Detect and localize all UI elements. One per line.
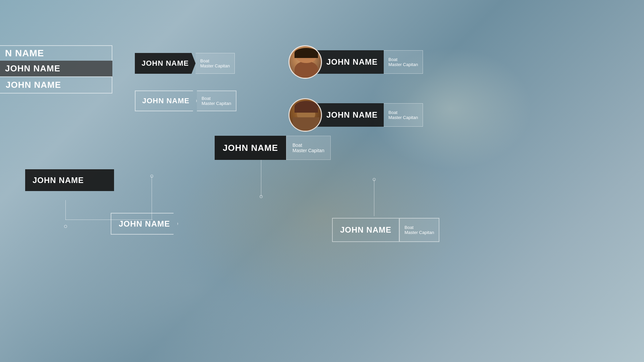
connector-vertical-3	[374, 179, 374, 216]
connector-dot-2	[150, 175, 153, 178]
scene: N NAME JOHN NAME JOHN NAME JOHN NAME Boa…	[0, 0, 644, 362]
card5-name: JOHN NAME	[215, 136, 286, 160]
card1-line1: Boat	[200, 58, 230, 63]
partial-row2: JOHN NAME	[0, 61, 112, 76]
partial-row1: N NAME	[0, 45, 112, 61]
card2-info: Boat Master Capitan	[197, 90, 236, 111]
card8-line1: Boat	[405, 225, 434, 230]
nameplate-card1: JOHN NAME Boat Master Capitan	[135, 53, 235, 74]
card8-info: Boat Master Capitan	[399, 218, 439, 242]
connector-dot-1	[260, 195, 263, 198]
avatar-man	[288, 98, 322, 132]
card4-name-block: JOHN NAME	[317, 103, 384, 127]
card1-info: Boat Master Capitan	[196, 53, 235, 74]
nameplate-card7: JOHN NAME	[111, 213, 178, 235]
card3-line1: Boat	[388, 57, 418, 62]
nameplate-card8: JOHN NAME Boat Master Capitan	[332, 218, 439, 242]
card8-line2: Master Capitan	[405, 230, 434, 235]
nameplate-card6: JOHN NAME	[25, 169, 114, 191]
nameplate-card2: JOHN NAME Boat Master Capitan	[135, 90, 236, 111]
nameplate-card4: JOHN NAME Boat Master Capitan	[288, 97, 423, 133]
card3-info: Boat Master Capitan	[384, 50, 423, 74]
nameplate-card5: JOHN NAME Boat Master Capitan	[215, 136, 331, 160]
card2-name: JOHN NAME	[135, 90, 197, 111]
card4-line2: Master Capitan	[388, 115, 418, 120]
card3-name-block: JOHN NAME	[317, 50, 384, 74]
card6-name: JOHN NAME	[25, 169, 114, 191]
nameplate-card3: JOHN NAME Boat Master Capitan	[288, 44, 423, 80]
card1-name: JOHN NAME	[135, 53, 196, 74]
card5-line2: Master Capitan	[292, 148, 324, 153]
card5-line1: Boat	[292, 142, 324, 148]
card2-line2: Master Capitan	[202, 101, 231, 106]
card4-line1: Boat	[388, 110, 418, 115]
card5-info: Boat Master Capitan	[286, 136, 331, 160]
avatar-woman	[288, 45, 322, 79]
connector-dot-4	[64, 225, 67, 228]
connector-dot-3	[373, 178, 376, 181]
card3-line2: Master Capitan	[388, 62, 418, 67]
connector-vertical-4	[65, 200, 66, 220]
card4-name: JOHN NAME	[326, 110, 378, 120]
card4-info: Boat Master Capitan	[384, 103, 423, 127]
card3-name: JOHN NAME	[326, 57, 378, 67]
card1-line2: Master Capitan	[200, 63, 230, 68]
partial-plate: N NAME JOHN NAME JOHN NAME	[0, 45, 112, 94]
card2-line1: Boat	[202, 96, 231, 101]
card8-name: JOHN NAME	[332, 218, 399, 242]
connector-vertical-1	[261, 160, 261, 197]
partial-row3: JOHN NAME	[0, 76, 112, 94]
card7-name: JOHN NAME	[111, 213, 178, 235]
